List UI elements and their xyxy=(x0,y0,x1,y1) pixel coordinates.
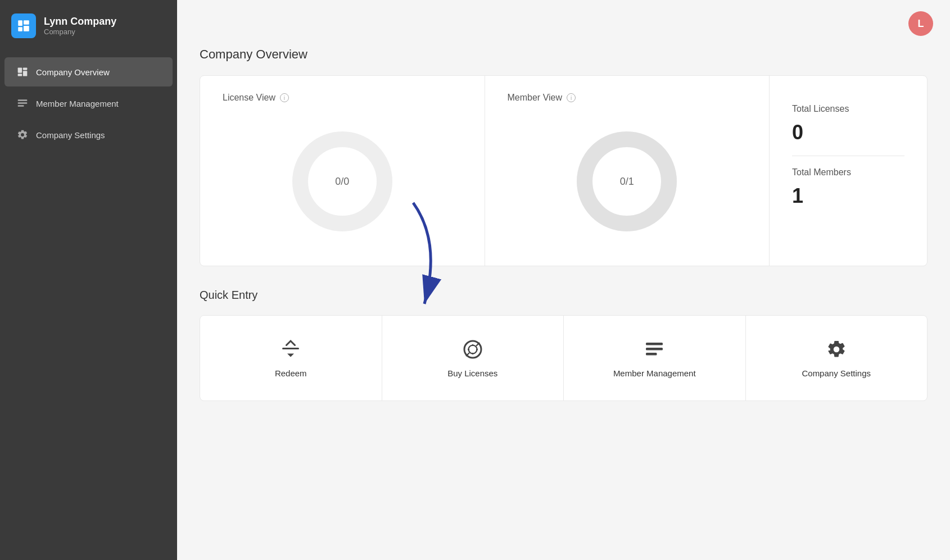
quick-entry-grid: Redeem Buy Licenses xyxy=(200,315,928,401)
sidebar-title: Lynn Company Company xyxy=(44,16,116,37)
overview-cards: License View i 0/0 Member View i xyxy=(200,75,928,266)
logo-icon xyxy=(16,19,31,33)
sidebar-item-company-overview[interactable]: Company Overview xyxy=(4,57,173,86)
buy-licenses-label: Buy Licenses xyxy=(447,368,497,378)
main-content: L Company Overview License View i 0/0 xyxy=(177,0,950,560)
company-settings-label: Company Settings xyxy=(802,368,871,378)
member-management-quick-icon xyxy=(643,338,666,361)
sidebar-item-label: Member Management xyxy=(36,99,119,108)
svg-rect-9 xyxy=(18,102,28,104)
total-licenses-value: 0 xyxy=(792,121,904,144)
svg-rect-19 xyxy=(646,353,657,356)
quick-entry-member-management[interactable]: Member Management xyxy=(564,316,746,400)
sidebar-item-member-management[interactable]: Member Management xyxy=(4,89,173,118)
quick-entry-company-settings[interactable]: Company Settings xyxy=(746,316,928,400)
license-view-card: License View i 0/0 xyxy=(200,76,485,266)
header-bar: L xyxy=(177,0,950,47)
company-name: Lynn Company xyxy=(44,16,116,28)
company-sub: Company xyxy=(44,28,116,36)
redeem-icon xyxy=(279,338,302,361)
member-view-card: Member View i 0/1 xyxy=(485,76,770,266)
svg-rect-5 xyxy=(18,74,22,76)
quick-entry-buy-licenses[interactable]: Buy Licenses xyxy=(382,316,564,400)
sidebar-item-company-settings[interactable]: Company Settings xyxy=(4,120,173,149)
member-management-icon xyxy=(17,98,28,109)
license-view-donut-area: 0/0 xyxy=(223,114,462,249)
license-view-value: 0/0 xyxy=(335,176,349,188)
member-management-label: Member Management xyxy=(613,368,696,378)
sidebar-item-label: Company Overview xyxy=(36,67,110,77)
quick-entry-redeem[interactable]: Redeem xyxy=(200,316,382,400)
license-view-donut: 0/0 xyxy=(286,125,399,238)
member-view-donut-area: 0/1 xyxy=(508,114,747,249)
company-overview-icon xyxy=(17,66,28,78)
user-avatar[interactable]: L xyxy=(908,11,933,36)
svg-rect-6 xyxy=(23,68,28,70)
svg-rect-7 xyxy=(23,71,28,76)
total-licenses-label: Total Licenses xyxy=(792,104,904,114)
svg-rect-4 xyxy=(18,68,22,73)
sidebar: Lynn Company Company Company Overview xyxy=(0,0,177,560)
member-view-value: 0/1 xyxy=(620,176,634,188)
total-members-block: Total Members 1 xyxy=(792,156,904,219)
company-settings-icon xyxy=(17,129,28,140)
company-settings-quick-icon xyxy=(825,338,848,361)
license-view-info-icon[interactable]: i xyxy=(280,93,289,102)
total-members-value: 1 xyxy=(792,184,904,208)
sidebar-item-label: Company Settings xyxy=(36,130,105,140)
quick-entry-wrapper: Redeem Buy Licenses xyxy=(200,315,928,401)
redeem-label: Redeem xyxy=(275,368,307,378)
svg-rect-2 xyxy=(24,20,29,25)
member-view-donut: 0/1 xyxy=(571,125,683,238)
svg-rect-10 xyxy=(18,105,24,107)
license-view-title: License View xyxy=(223,93,275,103)
svg-rect-18 xyxy=(646,348,663,350)
page-title: Company Overview xyxy=(200,47,928,62)
svg-point-16 xyxy=(468,345,477,354)
license-view-title-row: License View i xyxy=(223,93,462,103)
member-view-title: Member View xyxy=(508,93,563,103)
member-view-title-row: Member View i xyxy=(508,93,747,103)
svg-rect-1 xyxy=(18,27,22,31)
sidebar-logo xyxy=(11,13,36,38)
stats-panel: Total Licenses 0 Total Members 1 xyxy=(770,76,927,266)
total-members-label: Total Members xyxy=(792,167,904,177)
svg-rect-8 xyxy=(18,99,28,101)
sidebar-header: Lynn Company Company xyxy=(0,0,177,52)
quick-entry-title: Quick Entry xyxy=(200,289,928,302)
member-view-info-icon[interactable]: i xyxy=(567,93,576,102)
total-licenses-block: Total Licenses 0 xyxy=(792,93,904,156)
svg-rect-0 xyxy=(18,20,22,26)
svg-rect-17 xyxy=(646,343,663,345)
sidebar-nav: Company Overview Member Management Compa… xyxy=(0,52,177,155)
buy-licenses-icon xyxy=(462,338,484,361)
svg-rect-3 xyxy=(24,26,29,31)
page-content: Company Overview License View i 0/0 xyxy=(177,47,950,424)
